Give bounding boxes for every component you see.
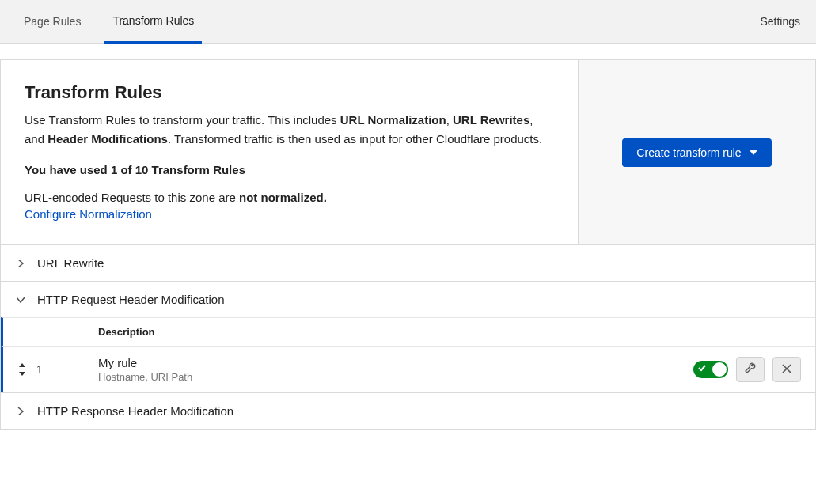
header-panel-right: Create transform rule	[578, 60, 815, 244]
rule-enabled-toggle[interactable]	[693, 361, 728, 378]
create-button-label: Create transform rule	[636, 146, 741, 159]
chevron-down-icon	[15, 296, 26, 304]
configure-normalization-link[interactable]: Configure Normalization	[25, 207, 152, 221]
section-header-http-request[interactable]: HTTP Request Header Modification	[1, 282, 815, 317]
caret-down-icon	[750, 150, 757, 155]
section-header-http-response[interactable]: HTTP Response Header Modification	[1, 393, 815, 429]
page-description: Use Transform Rules to transform your tr…	[25, 111, 554, 149]
tab-bar: Page Rules Transform Rules Settings	[0, 0, 816, 44]
section-http-request-header: HTTP Request Header Modification Descrip…	[0, 282, 816, 393]
header-panel: Transform Rules Use Transform Rules to t…	[0, 59, 816, 245]
usage-count: You have used 1 of 10 Transform Rules	[25, 163, 554, 176]
header-panel-left: Transform Rules Use Transform Rules to t…	[1, 60, 578, 244]
tab-transform-rules[interactable]: Transform Rules	[104, 0, 202, 44]
section-title: HTTP Response Header Modification	[37, 404, 233, 418]
section-url-rewrite: URL Rewrite	[0, 245, 816, 282]
row-index: 1	[36, 363, 68, 376]
drag-handle-icon[interactable]	[17, 363, 36, 376]
table-row: 1 My rule Hostname, URI Path	[1, 346, 815, 392]
tab-settings[interactable]: Settings	[760, 15, 800, 28]
chevron-right-icon	[15, 260, 26, 267]
column-header-description: Description	[98, 326, 155, 338]
rule-subtitle: Hostname, URI Path	[98, 371, 693, 383]
section-title: HTTP Request Header Modification	[37, 293, 225, 306]
table-header-row: Description	[1, 317, 815, 346]
check-icon	[698, 363, 706, 374]
chevron-right-icon	[15, 407, 26, 415]
section-header-url-rewrite[interactable]: URL Rewrite	[1, 245, 815, 281]
tab-page-rules[interactable]: Page Rules	[16, 0, 89, 44]
rule-title: My rule	[98, 356, 693, 369]
close-icon	[781, 363, 792, 377]
wrench-icon	[744, 362, 757, 377]
delete-rule-button[interactable]	[772, 357, 801, 382]
create-transform-rule-button[interactable]: Create transform rule	[622, 138, 771, 167]
row-actions	[693, 357, 801, 382]
section-title: URL Rewrite	[37, 256, 104, 270]
normalization-status: URL-encoded Requests to this zone are no…	[25, 191, 554, 204]
page-title: Transform Rules	[25, 82, 554, 103]
section-http-response-header: HTTP Response Header Modification	[0, 393, 816, 430]
edit-rule-button[interactable]	[736, 357, 765, 382]
